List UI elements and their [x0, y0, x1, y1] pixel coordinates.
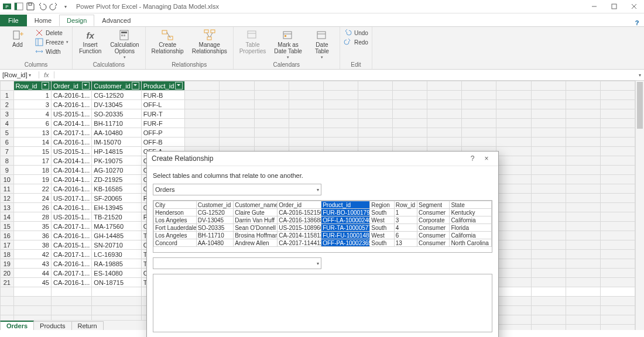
row-header[interactable]: 14: [1, 212, 14, 222]
mark-date-table-button[interactable]: Mark as Date Table ▾: [272, 28, 304, 61]
cell[interactable]: ON-18715: [92, 278, 141, 287]
cell[interactable]: LC-16930: [92, 250, 141, 259]
cell[interactable]: 28: [13, 212, 51, 222]
cell[interactable]: CA-2014-1...: [51, 175, 91, 184]
undo-icon[interactable]: [37, 2, 47, 11]
cell[interactable]: CA-2015-1...: [51, 240, 91, 250]
cell[interactable]: 45: [13, 278, 51, 287]
table1-combo[interactable]: Orders▾: [153, 184, 321, 195]
dialog-close-button[interactable]: ×: [479, 154, 494, 163]
cell[interactable]: IM-15070: [92, 137, 141, 147]
cell[interactable]: SF-20065: [92, 194, 141, 203]
cell[interactable]: CA-2014-1...: [51, 166, 91, 175]
cell[interactable]: 14: [13, 137, 51, 147]
preview-cell[interactable]: Brosina Hoffman: [234, 232, 278, 239]
cell[interactable]: CA-2016-1...: [51, 259, 91, 269]
preview-header[interactable]: City: [154, 201, 197, 209]
cell[interactable]: FUR-B: [141, 91, 185, 100]
preview-cell[interactable]: OFF-PA-10002365: [321, 239, 370, 247]
row-header[interactable]: 4: [1, 119, 14, 128]
cell[interactable]: 26: [13, 203, 51, 212]
cell[interactable]: US-2015-1...: [51, 212, 91, 222]
row-header[interactable]: 18: [1, 250, 14, 259]
row-header[interactable]: 11: [1, 184, 14, 194]
sheet-tab-return[interactable]: Return: [71, 321, 104, 330]
preview-header[interactable]: Customer_id: [196, 201, 233, 209]
cell[interactable]: PK-19075: [92, 156, 141, 166]
row-header[interactable]: 19: [1, 259, 14, 269]
preview-cell[interactable]: FUR-TA-10000577: [321, 224, 370, 232]
preview-cell[interactable]: Andrew Allen: [234, 239, 278, 247]
preview-cell[interactable]: OFF-LA-10000240: [321, 216, 370, 224]
filter-icon[interactable]: [132, 82, 139, 90]
preview-cell[interactable]: Consumer: [417, 209, 450, 216]
name-box-dropdown-icon[interactable]: ▾: [29, 73, 31, 78]
formula-expand-icon[interactable]: ▾: [636, 73, 644, 78]
row-header[interactable]: 3: [1, 109, 14, 119]
preview-cell[interactable]: Consumer: [417, 232, 450, 239]
cell[interactable]: CA-2016-1...: [51, 203, 91, 212]
preview-cell[interactable]: Henderson: [154, 209, 197, 216]
preview-cell[interactable]: CA-2016-152156: [278, 209, 321, 216]
cell[interactable]: ES-14080: [92, 269, 141, 278]
calc-options-button[interactable]: Calculation Options ▾: [108, 28, 141, 61]
cell[interactable]: SO-20335: [92, 109, 141, 119]
row-header[interactable]: 7: [1, 147, 14, 156]
vertical-scrollbar[interactable]: [635, 81, 644, 330]
row-header[interactable]: 8: [1, 156, 14, 166]
date-table-button[interactable]: Date Table ▾: [308, 28, 336, 61]
cell[interactable]: 17: [13, 156, 51, 166]
preview-cell[interactable]: CA-2017-114412: [278, 239, 321, 247]
cell[interactable]: CA-2014-1...: [51, 156, 91, 166]
cell[interactable]: 18: [13, 166, 51, 175]
cell[interactable]: 36: [13, 231, 51, 240]
preview-cell[interactable]: Consumer: [417, 239, 450, 247]
cell[interactable]: CA-2016-1...: [51, 137, 91, 147]
cell[interactable]: TB-21520: [92, 212, 141, 222]
preview-cell[interactable]: 4: [394, 224, 417, 232]
table2-preview[interactable]: [153, 274, 492, 332]
preview-cell[interactable]: FUR-FU-10001487: [321, 232, 370, 239]
cell[interactable]: 43: [13, 259, 51, 269]
minimize-button[interactable]: [584, 0, 604, 13]
preview-cell[interactable]: Los Angeles: [154, 216, 197, 224]
row-header[interactable]: 1: [1, 91, 14, 100]
close-button[interactable]: [624, 0, 644, 13]
table-properties-button[interactable]: Table Properties: [237, 28, 269, 56]
preview-cell[interactable]: CG-12520: [196, 209, 233, 216]
cell[interactable]: OFF-P: [141, 128, 185, 137]
preview-cell[interactable]: 3: [394, 216, 417, 224]
cell[interactable]: 38: [13, 240, 51, 250]
tab-home[interactable]: Home: [27, 15, 59, 26]
preview-header[interactable]: Row_id: [394, 201, 417, 209]
cell[interactable]: CA-2016-1...: [51, 184, 91, 194]
cell[interactable]: 22: [13, 184, 51, 194]
row-header[interactable]: 17: [1, 240, 14, 250]
cell[interactable]: HP-14815: [92, 147, 141, 156]
cell[interactable]: OFF-B: [141, 137, 185, 147]
cell[interactable]: FUR-F: [141, 119, 185, 128]
cell[interactable]: ZD-21925: [92, 175, 141, 184]
preview-cell[interactable]: Los Angeles: [154, 232, 197, 239]
cell[interactable]: AA-10480: [92, 128, 141, 137]
cell[interactable]: GH-14485: [92, 231, 141, 240]
freeze-button[interactable]: Freeze ▾: [35, 37, 68, 47]
add-column-button[interactable]: Add: [4, 28, 32, 49]
preview-header[interactable]: Product_id: [321, 201, 370, 209]
delete-button[interactable]: Delete: [35, 28, 63, 37]
preview-cell[interactable]: North Carolina: [450, 239, 492, 247]
preview-cell[interactable]: Corporate: [417, 216, 450, 224]
cell[interactable]: US-2017-1...: [51, 194, 91, 203]
preview-cell[interactable]: DV-13045: [196, 216, 233, 224]
preview-cell[interactable]: West: [370, 216, 395, 224]
row-header[interactable]: 6: [1, 137, 14, 147]
cell[interactable]: 13: [13, 128, 51, 137]
preview-cell[interactable]: FUR-BO-10001798: [321, 209, 370, 216]
preview-cell[interactable]: Concord: [154, 239, 197, 247]
cell[interactable]: CA-2017-1...: [51, 222, 91, 231]
preview-cell[interactable]: US-2015-108966: [278, 224, 321, 232]
preview-cell[interactable]: 6: [394, 232, 417, 239]
preview-cell[interactable]: CA-2014-115812: [278, 232, 321, 239]
preview-header[interactable]: Region: [370, 201, 395, 209]
tab-design[interactable]: Design: [59, 15, 94, 26]
